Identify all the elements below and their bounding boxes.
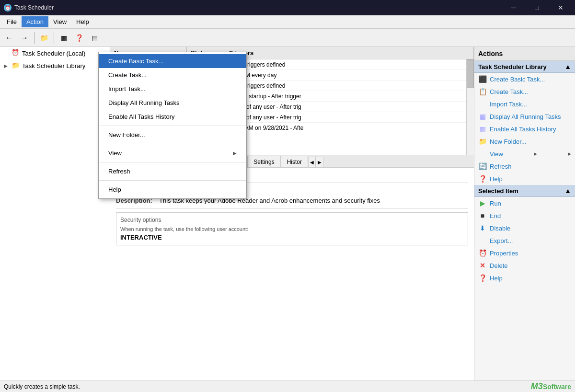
import-label: Import Task... — [490, 101, 527, 108]
security-section: Security options When running the task, … — [116, 212, 468, 245]
col-triggers: Triggers — [225, 47, 474, 59]
ctx-sep-3 — [99, 162, 246, 162]
selected-section-header[interactable]: Selected Item ▲ — [474, 185, 575, 197]
view-label: View — [490, 150, 503, 158]
ctx-sep-2 — [99, 144, 246, 144]
app-icon: ⏰ — [4, 4, 12, 12]
m3-software-text: Software — [543, 383, 571, 391]
forward-button[interactable]: → — [17, 31, 32, 45]
ctx-refresh[interactable]: Refresh — [99, 164, 246, 178]
library-section-label: Task Scheduler Library — [478, 63, 547, 70]
security-text: When running the task, use the following… — [120, 226, 464, 232]
cell-triggers-1: 2:00 AM every day — [225, 72, 474, 79]
m3-logo: M3 — [531, 381, 543, 392]
ctx-view[interactable]: View ▶ — [99, 146, 246, 160]
ctx-view-label: View — [108, 150, 122, 157]
sidebar-label-local: Task Scheduler (Local) — [22, 50, 85, 57]
panel-action-properties[interactable]: ⏰ Properties — [474, 247, 575, 259]
create-task-label: Create Task... — [490, 88, 528, 95]
sidebar: ⏰ Task Scheduler (Local) ▶ 📁 Task Schedu… — [0, 47, 110, 380]
window-title: Task Scheduler — [14, 4, 503, 11]
enable-icon: ▦ — [478, 125, 487, 133]
panel-action-create-task[interactable]: 📋 Create Task... — [474, 85, 575, 98]
ctx-new-folder[interactable]: New Folder... — [99, 128, 246, 142]
ctx-display-running[interactable]: Display All Running Tasks — [99, 96, 246, 110]
up-button[interactable]: 📁 — [37, 31, 51, 45]
window-controls: ─ □ ✕ — [503, 0, 571, 15]
panel-action-refresh[interactable]: 🔄 Refresh — [474, 160, 575, 173]
panel-action-export[interactable]: Export... — [474, 234, 575, 247]
expand-arrow-library: ▶ — [4, 63, 10, 69]
ctx-help[interactable]: Help — [99, 183, 246, 196]
tab-scroll-left[interactable]: ◀ — [308, 157, 316, 167]
ctx-new-folder-label: New Folder... — [108, 131, 145, 138]
ctx-create-task[interactable]: Create Task... — [99, 68, 246, 82]
maximize-button[interactable]: □ — [526, 0, 548, 15]
menu-view[interactable]: View — [48, 16, 71, 27]
menu-bar: File Action View Help — [0, 15, 575, 29]
ctx-create-basic-task[interactable]: Create Basic Task... — [99, 54, 246, 68]
ctx-display-label: Display All Running Tasks — [108, 99, 180, 106]
minimize-button[interactable]: ─ — [503, 0, 524, 15]
right-panel: Actions Task Scheduler Library ▲ ⬛ Creat… — [474, 47, 575, 380]
tab-history[interactable]: Histor — [281, 156, 308, 167]
security-value: INTERACTIVE — [120, 234, 464, 241]
sidebar-item-task-scheduler-library[interactable]: ▶ 📁 Task Scheduler Library — [0, 59, 110, 72]
panel-action-delete[interactable]: ✕ Delete — [474, 259, 575, 272]
panel-action-run[interactable]: ▶ Run — [474, 197, 575, 209]
menu-file[interactable]: File — [2, 16, 22, 27]
clock-icon: ⏰ — [12, 49, 20, 58]
ctx-enable-history[interactable]: Enable All Tasks History — [99, 110, 246, 124]
ctx-refresh-label: Refresh — [108, 168, 130, 175]
panel-action-help2[interactable]: ❓ Help — [474, 272, 575, 284]
help-button[interactable]: ❓ — [72, 31, 86, 45]
run-icon: ▶ — [478, 199, 487, 208]
context-menu: Create Basic Task... Create Task... Impo… — [98, 52, 247, 199]
help2-label: Help — [490, 275, 503, 282]
import-icon — [478, 100, 487, 108]
status-bar: Quickly creates a simple task. M3 Softwa… — [0, 380, 575, 392]
scrollbar-thumb[interactable] — [467, 59, 474, 88]
security-title: Security options — [120, 217, 464, 223]
tab-settings[interactable]: Settings — [247, 156, 280, 167]
disable-label: Disable — [490, 225, 510, 232]
refresh-icon: 🔄 — [478, 162, 487, 171]
refresh-label: Refresh — [490, 163, 512, 170]
ctx-view-arrow: ▶ — [233, 150, 237, 156]
panel-action-create-basic-task[interactable]: ⬛ Create Basic Task... — [474, 73, 575, 85]
library-section-header[interactable]: Task Scheduler Library ▲ — [474, 61, 575, 73]
close-button[interactable]: ✕ — [550, 0, 571, 15]
panel-action-display-running[interactable]: ▦ Display All Running Tasks — [474, 110, 575, 123]
ctx-help-label: Help — [108, 186, 121, 193]
sidebar-item-task-scheduler-local[interactable]: ⏰ Task Scheduler (Local) — [0, 47, 110, 59]
tab-scroll-right[interactable]: ▶ — [316, 157, 323, 167]
menu-action[interactable]: Action — [22, 16, 48, 27]
ctx-enable-label: Enable All Tasks History — [108, 113, 175, 120]
back-button[interactable]: ← — [2, 31, 16, 45]
table-scrollbar[interactable] — [466, 59, 474, 155]
new-folder-icon: 📁 — [478, 137, 487, 146]
create-task-icon: 📋 — [478, 87, 487, 96]
panel-action-view[interactable]: View ▶ — [474, 148, 575, 160]
panel-action-new-folder[interactable]: 📁 New Folder... — [474, 135, 575, 148]
view-arrow-icon: ▶ — [534, 151, 537, 156]
sidebar-label-library: Task Scheduler Library — [22, 62, 85, 69]
help2-icon: ❓ — [478, 274, 487, 282]
ctx-import-label: Import Task... — [108, 85, 146, 92]
selected-collapse-icon[interactable]: ▲ — [564, 187, 571, 195]
library-collapse-icon[interactable]: ▲ — [564, 63, 571, 70]
panel-action-disable[interactable]: ⬇ Disable — [474, 222, 575, 234]
enable-label: Enable All Tasks History — [490, 126, 556, 133]
end-icon: ■ — [478, 211, 487, 220]
run-label: Run — [490, 200, 501, 207]
panel-action-end[interactable]: ■ End — [474, 209, 575, 222]
show-hide-button[interactable]: ▦ — [57, 31, 71, 45]
menu-help[interactable]: Help — [71, 16, 94, 27]
new-folder-label: New Folder... — [490, 138, 527, 145]
panel-action-enable-history[interactable]: ▦ Enable All Tasks History — [474, 123, 575, 135]
ctx-import-task[interactable]: Import Task... — [99, 82, 246, 96]
panel-action-import-task[interactable]: Import Task... — [474, 98, 575, 110]
extended-button[interactable]: ▤ — [87, 31, 102, 45]
panel-action-help[interactable]: ❓ Help — [474, 173, 575, 185]
create-basic-icon: ⬛ — [478, 75, 487, 83]
